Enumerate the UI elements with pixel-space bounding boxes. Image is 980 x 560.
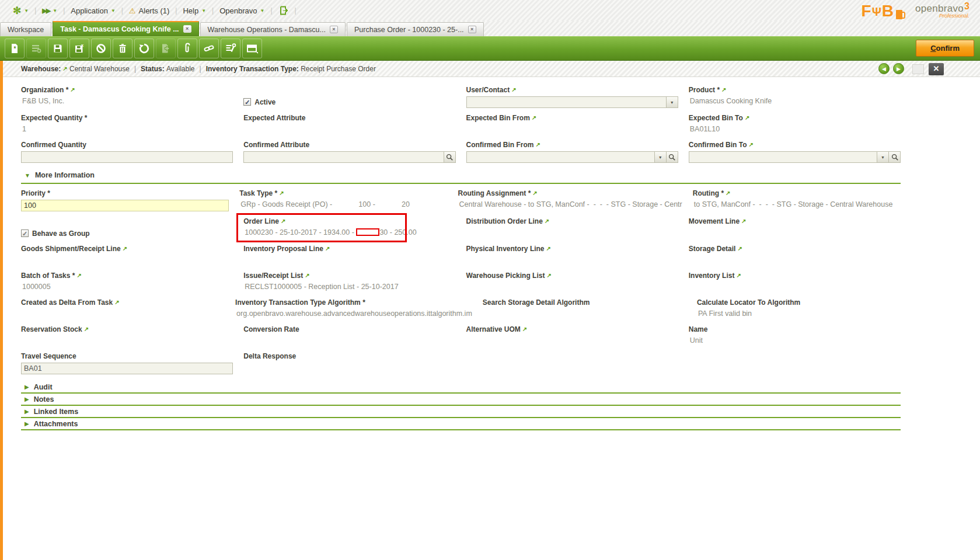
order-line-value-prefix: 1000230 - 25-10-2017 - 1934.00 - [245, 228, 356, 236]
link-icon[interactable]: ↗ [737, 245, 742, 252]
logout-button[interactable] [273, 5, 295, 16]
confirmed-quantity-input[interactable] [21, 151, 233, 163]
field-task-type: Task Type *↗ GRp - Goods Receipt (PO) - … [239, 189, 447, 211]
tab-purchase-order[interactable]: Purchase Order - 1000230 - 25-... × [347, 22, 484, 36]
link-button[interactable] [199, 39, 219, 58]
link-icon[interactable]: ↗ [749, 141, 754, 148]
section-attachments[interactable]: ▶ Attachments [21, 418, 901, 430]
organization-value: F&B US, Inc. [21, 96, 233, 107]
export-icon [160, 43, 172, 54]
link-icon[interactable]: ↗ [305, 272, 309, 279]
edit-grid-button[interactable] [26, 39, 46, 58]
inventory-list-value [689, 281, 901, 293]
expected-attribute-value [243, 124, 455, 135]
confirmed-attribute-label: Confirmed Attribute [243, 141, 309, 149]
field-goods-shipment-receipt-line: Goods Shipment/Receipt Line↗ [21, 244, 233, 266]
user-contact-dropdown-button[interactable]: ▼ [667, 96, 678, 108]
link-icon[interactable]: ↗ [532, 114, 536, 121]
attachment-button[interactable] [177, 39, 197, 58]
confirm-button[interactable]: Confirm [916, 40, 974, 57]
link-icon[interactable]: ↗ [736, 272, 741, 279]
close-icon[interactable]: × [330, 26, 338, 33]
link-icon[interactable]: ↗ [84, 326, 89, 332]
export-button[interactable] [156, 39, 176, 58]
link-icon[interactable]: ↗ [546, 272, 551, 279]
field-batch-of-tasks: Batch of Tasks *↗ 1000005 [21, 271, 233, 293]
next-record-button[interactable]: ▶ [893, 63, 904, 74]
confirmed-attribute-input[interactable] [243, 151, 444, 163]
form-grid-toggle-button[interactable] [242, 39, 262, 58]
storage-detail-value [689, 255, 901, 266]
delete-button[interactable] [113, 39, 132, 58]
status-label: Status: [141, 65, 165, 73]
goods-shipment-receipt-line-value [21, 255, 233, 266]
confirmed-attribute-search-button[interactable] [444, 151, 456, 163]
field-product: Product *↗ Damascus Cooking Knife [689, 85, 901, 108]
movement-line-label: Movement Line [689, 217, 740, 225]
confirmed-bin-from-input[interactable] [466, 151, 655, 163]
alerts-menu[interactable]: ⚠ Alerts (1) [123, 6, 175, 15]
tab-workspace[interactable]: Workspace [0, 22, 51, 36]
cancel-button[interactable] [91, 39, 111, 58]
travel-sequence-input[interactable] [21, 363, 233, 374]
close-icon[interactable]: × [183, 25, 191, 33]
tab-task-damascus[interactable]: Task - Damascus Cooking Knife ... × [53, 20, 198, 36]
field-delta-response: Delta Response [243, 352, 455, 374]
link-icon[interactable]: ↗ [62, 65, 67, 72]
link-icon[interactable]: ↗ [536, 141, 540, 148]
priority-input[interactable] [21, 200, 229, 211]
expected-bin-to-value: BA01L10 [689, 124, 901, 135]
application-menu[interactable]: Application ▼ [65, 6, 121, 15]
new-row-button[interactable]: * [5, 39, 25, 58]
link-icon[interactable]: ↗ [279, 190, 284, 196]
confirmed-bin-to-input[interactable] [689, 151, 877, 163]
save-button[interactable] [48, 39, 68, 58]
behave-as-group-checkbox[interactable]: ✓ [21, 229, 29, 237]
field-physical-inventory-line: Physical Inventory Line↗ [466, 244, 678, 266]
active-checkbox[interactable]: ✓ [243, 98, 251, 106]
section-more-information[interactable]: ▼ More Information [25, 171, 901, 179]
cancel-icon [95, 43, 107, 54]
previous-record-button[interactable]: ◀ [878, 63, 890, 74]
link-icon[interactable]: ↗ [741, 218, 746, 224]
section-audit[interactable]: ▶ Audit [21, 381, 901, 394]
close-icon[interactable]: × [468, 26, 476, 33]
alternative-uom-value [466, 335, 678, 346]
field-expected-attribute: Expected Attribute [243, 113, 455, 135]
audit-button[interactable] [221, 39, 240, 58]
link-icon[interactable]: ↗ [281, 218, 285, 224]
link-icon[interactable]: ↗ [123, 245, 127, 252]
link-icon[interactable]: ↗ [70, 86, 75, 93]
link-icon[interactable]: ↗ [546, 245, 551, 252]
workspace-menu[interactable]: ✻ ▼ [7, 5, 34, 17]
tab-warehouse-operations[interactable]: Warehouse Operations - Damascu... × [200, 22, 346, 36]
task-type-label: Task Type * [239, 189, 277, 197]
link-icon[interactable]: ↗ [745, 114, 749, 121]
link-icon[interactable]: ↗ [532, 190, 537, 196]
user-contact-input[interactable] [466, 96, 667, 108]
openbravo-user-menu[interactable]: Openbravo ▼ [214, 6, 270, 15]
confirmed-bin-to-dropdown-button[interactable]: ▼ [877, 151, 889, 163]
section-notes[interactable]: ▶ Notes [21, 394, 901, 406]
confirmed-bin-from-search-button[interactable] [667, 151, 678, 163]
issue-receipt-list-label: Issue/Receipt List [243, 272, 303, 280]
link-icon[interactable]: ↗ [76, 272, 81, 279]
refresh-button[interactable] [134, 39, 154, 58]
recent-views-menu[interactable]: ▶▶ ▼ [36, 7, 63, 15]
help-menu[interactable]: Help ▼ [177, 6, 212, 15]
field-alternative-uom: Alternative UOM↗ [466, 325, 678, 346]
chevron-expanded-icon: ▼ [25, 172, 30, 179]
close-view-button[interactable]: ✕ [929, 63, 944, 75]
section-linked-items[interactable]: ▶ Linked Items [21, 406, 901, 418]
link-icon[interactable]: ↗ [511, 86, 516, 93]
link-icon[interactable]: ↗ [726, 190, 730, 196]
confirmed-bin-to-search-button[interactable] [889, 151, 901, 163]
link-icon[interactable]: ↗ [522, 326, 527, 332]
confirmed-bin-from-dropdown-button[interactable]: ▼ [655, 151, 667, 163]
link-icon[interactable]: ↗ [545, 218, 549, 224]
save-and-close-button[interactable]: x [69, 39, 89, 58]
link-icon[interactable]: ↗ [325, 245, 330, 252]
link-icon[interactable]: ↗ [114, 299, 119, 305]
field-inventory-proposal-line: Inventory Proposal Line↗ [243, 244, 455, 266]
link-icon[interactable]: ↗ [721, 86, 726, 93]
